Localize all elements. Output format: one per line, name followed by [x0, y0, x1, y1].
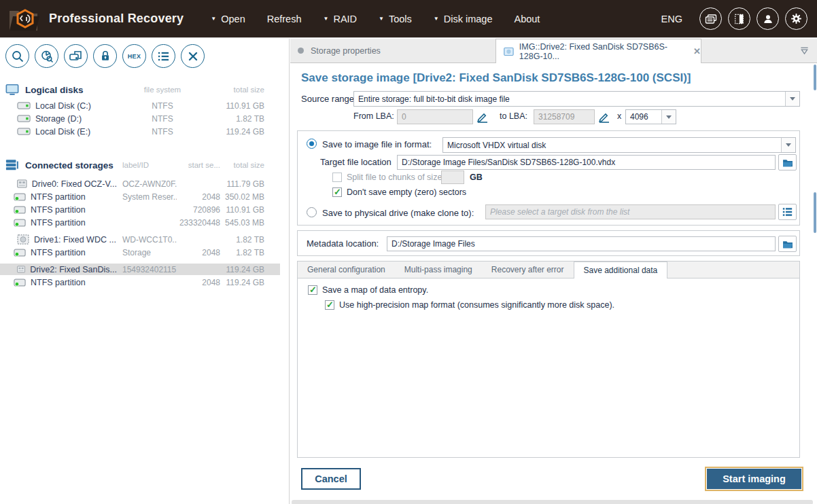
from-lba-label: From LBA:	[353, 111, 394, 121]
image-format-select[interactable]: Microsoft VHDX virtual disk	[442, 137, 796, 153]
app-title: Professional Recovery	[49, 12, 184, 26]
logical-disks-header: Logical disks file system total size	[0, 82, 280, 97]
sector-size-value: 4096	[630, 112, 648, 122]
ssd-drive-icon	[17, 179, 27, 189]
app-window: Professional Recovery ▼Open Refresh ▼RAI…	[0, 0, 817, 504]
save-to-physical-radio[interactable]	[307, 207, 317, 217]
partition-icon	[14, 206, 26, 214]
horizontal-scrollbar[interactable]	[292, 500, 813, 504]
panel-toggle-button[interactable]	[728, 7, 750, 30]
save-to-physical-label: Save to physical drive (make clone to):	[322, 208, 474, 218]
skip-zero-sectors-checkbox[interactable]	[332, 187, 342, 197]
destination-groupbox: Save to image file in format: Microsoft …	[297, 130, 800, 226]
column-header-label-id: label/ID	[117, 161, 177, 169]
metadata-location-input[interactable]: D:/Storage Image Files	[387, 236, 776, 251]
hdd-drive-icon	[17, 234, 29, 245]
task-list-button[interactable]	[152, 44, 175, 68]
language-selector[interactable]: ENG	[661, 14, 682, 24]
sector-size-select[interactable]: 4096	[625, 109, 676, 124]
browse-target-button[interactable]	[778, 154, 797, 170]
logical-disks-list: Local Disk (C:) NTFS110.91 GB Storage (D…	[0, 100, 289, 137]
multiplier-label: x	[617, 111, 621, 121]
logical-disk-row[interactable]: Local Disk (C:) NTFS110.91 GB	[0, 100, 280, 111]
clone-icon	[69, 50, 83, 62]
vertical-scrollbar-thumb[interactable]	[814, 192, 816, 233]
hex-icon: HEX	[128, 53, 141, 60]
chevron-down-icon: ▼	[211, 16, 216, 22]
partition-row[interactable]: NTFS partition 2048119.24 GB	[0, 276, 280, 288]
tab-multi-pass-imaging[interactable]: Multi-pass imaging	[395, 262, 482, 278]
edit-to-lba-button[interactable]	[596, 109, 612, 124]
drive-image-icon	[504, 47, 514, 56]
vertical-scrollbar-thumb[interactable]	[814, 65, 816, 90]
volume-icon	[17, 128, 31, 135]
target-location-label: Target file location	[320, 157, 392, 167]
drive-row[interactable]: Drive1: Fixed WDC ... WD-WCC1T0...1.82 T…	[0, 234, 280, 245]
entropy-map-label: Save a map of data entropy.	[322, 285, 428, 295]
save-to-image-radio[interactable]	[307, 139, 317, 149]
monitor-icon	[5, 84, 19, 96]
main-menu: ▼Open Refresh ▼RAID ▼Tools ▼Disk image A…	[211, 14, 540, 24]
target-location-input[interactable]: D:/Storage Image Files/SanDisk SD7SB6S-1…	[397, 155, 776, 170]
source-range-select[interactable]: Entire storage: full bit-to-bit disk ima…	[353, 91, 800, 107]
chevron-down-icon	[661, 110, 676, 124]
column-header-file-system: file system	[122, 86, 203, 94]
chunk-size-input[interactable]	[441, 170, 464, 184]
clone-disk-button[interactable]	[64, 44, 88, 68]
settings-button[interactable]	[785, 7, 807, 30]
browse-metadata-button[interactable]	[778, 236, 797, 252]
tab-general-configuration[interactable]: General configuration	[298, 262, 395, 278]
target-disk-input[interactable]: Please select a target disk from the lis…	[485, 204, 776, 219]
high-precision-label: Use high-precision map format (consumes …	[339, 300, 614, 310]
configuration-groupbox: General configuration Multi-pass imaging…	[297, 261, 800, 458]
partition-row[interactable]: NTFS partition System Reser...2048350.02…	[0, 191, 280, 202]
storage-tree-panel: HEX	[0, 39, 290, 504]
user-icon	[763, 14, 773, 24]
select-target-disk-button[interactable]	[778, 204, 797, 220]
partition-icon	[14, 249, 26, 257]
chevron-down-icon: ▼	[434, 16, 439, 22]
tab-recovery-after-error[interactable]: Recovery after error	[482, 262, 574, 278]
menu-open[interactable]: ▼Open	[211, 14, 245, 24]
edit-from-lba-button[interactable]	[474, 109, 491, 124]
lock-icon	[99, 50, 111, 62]
partition-icon	[14, 278, 26, 287]
drive-row-selected[interactable]: Drive2: Fixed SanDis... 154932402115119.…	[0, 264, 280, 275]
hex-viewer-button[interactable]: HEX	[122, 44, 146, 68]
menu-disk-image[interactable]: ▼Disk image	[434, 14, 493, 24]
partition-row[interactable]: NTFS partition 720896110.91 GB	[0, 204, 280, 215]
logical-disk-row[interactable]: Storage (D:) NTFS1.82 TB	[0, 113, 280, 124]
tab-save-additional-data[interactable]: Save additional data	[574, 262, 668, 278]
metadata-groupbox: Metadata location: D:/Storage Image File…	[297, 230, 800, 256]
search-button[interactable]	[5, 44, 29, 68]
logical-disk-row[interactable]: Local Disk (E:) NTFS119.24 GB	[0, 126, 280, 137]
split-file-checkbox[interactable]	[332, 173, 342, 182]
tab-image-drive2[interactable]: IMG::Drive2: Fixed SanDisk SD7SB6S-128G-…	[496, 39, 701, 63]
start-imaging-button[interactable]: Start imaging	[705, 467, 803, 491]
column-header-start-sector: start se...	[177, 161, 220, 169]
menu-tools[interactable]: ▼Tools	[379, 14, 412, 24]
list-icon	[158, 51, 169, 62]
menu-raid[interactable]: ▼RAID	[323, 14, 357, 24]
chevron-down-icon	[781, 138, 795, 152]
ssd-drive-icon	[17, 264, 25, 274]
to-lba-input[interactable]: 31258709	[534, 109, 595, 124]
tab-close-icon[interactable]: ✕	[693, 47, 701, 56]
partition-row[interactable]: NTFS partition Storage20481.82 TB	[0, 247, 280, 258]
menu-about[interactable]: About	[514, 14, 540, 24]
high-precision-checkbox[interactable]	[325, 300, 334, 310]
windows-list-button[interactable]	[699, 7, 722, 30]
cancel-button[interactable]: Cancel	[301, 468, 361, 490]
disk-usage-button[interactable]	[35, 44, 58, 68]
from-lba-input[interactable]: 0	[397, 109, 473, 124]
tab-list-dropdown-button[interactable]	[800, 46, 809, 58]
close-panel-button[interactable]	[181, 44, 205, 68]
partition-row[interactable]: NTFS partition 233320448545.03 MB	[0, 217, 280, 228]
user-account-button[interactable]	[757, 7, 779, 30]
menu-refresh[interactable]: Refresh	[267, 14, 302, 24]
entropy-map-checkbox[interactable]	[308, 285, 317, 295]
drive-row[interactable]: Drive0: Fixed OCZ-V... OCZ-AWNZ0F...111.…	[0, 178, 280, 190]
tab-storage-properties[interactable]: Storage properties	[290, 39, 496, 62]
lock-button[interactable]	[93, 44, 117, 68]
image-format-value: Microsoft VHDX virtual disk	[447, 141, 546, 150]
